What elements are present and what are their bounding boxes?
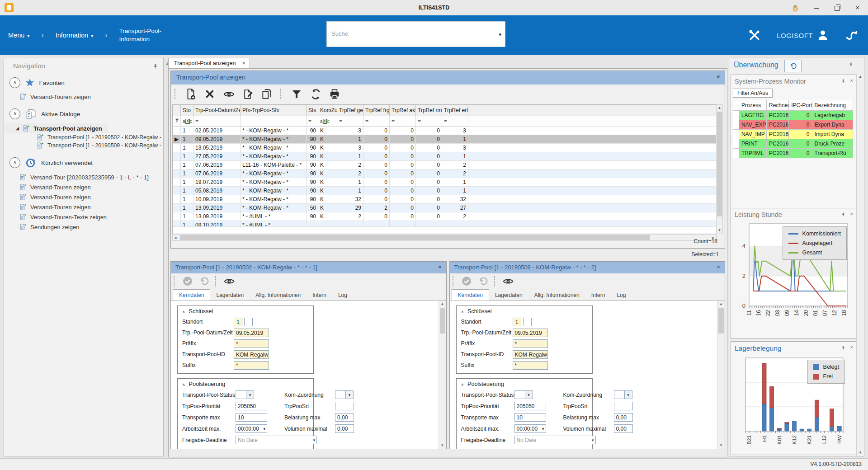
- tab-transport-pool-anzeigen[interactable]: Transport-Pool anzeigen ×: [168, 58, 250, 69]
- suffix-input[interactable]: *: [234, 361, 269, 370]
- close-icon[interactable]: ×: [850, 211, 853, 216]
- praefix-input[interactable]: *: [234, 339, 269, 348]
- nav-item[interactable]: Versand-Touren-Texte zeigen: [4, 212, 163, 222]
- filter-cell[interactable]: aBc: [318, 116, 337, 127]
- column-header[interactable]: Sto: [181, 105, 193, 116]
- praefix-input[interactable]: *: [513, 339, 548, 348]
- filter-funnel-icon[interactable]: [173, 116, 181, 127]
- user-button[interactable]: LOGISOFT: [777, 29, 829, 42]
- close-icon[interactable]: ×: [717, 263, 720, 270]
- vertical-scrollbar[interactable]: ▲ ▼: [439, 301, 446, 449]
- filter-toggle-button[interactable]: Filter An/Aus: [733, 89, 773, 98]
- pool-id-input[interactable]: KOM-Regalw: [513, 350, 548, 359]
- view-button[interactable]: [502, 275, 514, 287]
- tree-expander-icon[interactable]: ◢: [16, 126, 19, 131]
- process-row[interactable]: LAGFRGPC20160Lagerfreigab: [733, 111, 853, 120]
- refresh-button[interactable]: [309, 88, 322, 100]
- standort-input-2[interactable]: [244, 318, 253, 326]
- restore-button[interactable]: [826, 0, 847, 15]
- column-header[interactable]: TrpRef frg: [363, 105, 390, 116]
- collapse-icon[interactable]: ∧: [9, 157, 20, 168]
- datum-input[interactable]: 09.05.2019: [234, 329, 269, 337]
- nav-section-favoriten[interactable]: ∧ ★ Favoriten: [4, 74, 163, 92]
- detail-panel-header[interactable]: Transport-Pool [1 - 20190509 - KOM-Regal…: [450, 262, 725, 273]
- kom-zuordnung-select[interactable]: ▾: [614, 390, 632, 399]
- nav-item[interactable]: Sendungen zeigen: [4, 222, 163, 232]
- vertical-scrollbar[interactable]: ▲ ▼: [716, 104, 723, 234]
- table-row[interactable]: 119.07.2019* - KOM-Regalw - *90K10001: [173, 178, 716, 187]
- transporte-max-input[interactable]: 10: [514, 413, 546, 422]
- new-record-button[interactable]: [184, 88, 197, 100]
- minimize-button[interactable]: [806, 0, 826, 15]
- sidebar-refresh-button[interactable]: [784, 60, 802, 72]
- trppoossrt-input[interactable]: [335, 402, 354, 410]
- collapse-icon[interactable]: ∧: [9, 108, 20, 119]
- column-header[interactable]: TrpRef erl: [442, 105, 468, 116]
- view-button[interactable]: [223, 275, 235, 287]
- delete-button[interactable]: [203, 88, 216, 100]
- close-button[interactable]: ×: [847, 0, 868, 15]
- close-icon[interactable]: ×: [242, 60, 245, 66]
- table-row[interactable]: ▶109.05.2019* - KOM-Regalw - *90K10001: [173, 135, 716, 144]
- process-row[interactable]: NAV_EXPPC20160Export Dyna: [733, 120, 853, 130]
- tab-allg-informationen[interactable]: Allg. Informationen: [528, 290, 585, 300]
- collapse-icon[interactable]: ∧: [461, 310, 464, 314]
- arbeitszeit-input[interactable]: 00:00:00▾: [514, 424, 546, 433]
- tab-lagerdaten[interactable]: Lagerdaten: [489, 290, 528, 300]
- column-header[interactable]: TrpRef rml: [416, 105, 442, 116]
- filter-cell[interactable]: =: [337, 116, 363, 127]
- print-button[interactable]: [328, 88, 341, 100]
- toolbar-grip[interactable]: [174, 276, 176, 287]
- table-row[interactable]: 127.05.2019* - KOM-Regalw - *90K10001: [173, 152, 716, 161]
- toolbar-grip[interactable]: [453, 276, 455, 287]
- collapse-icon[interactable]: ∧: [182, 310, 185, 314]
- copy-button[interactable]: [260, 88, 273, 100]
- column-header[interactable]: Bezeichnung: [812, 100, 854, 111]
- kom-zuordnung-select[interactable]: ▾: [335, 390, 354, 399]
- pin-icon[interactable]: [841, 211, 846, 217]
- tab-kerndaten[interactable]: Kerndaten: [173, 289, 210, 301]
- horizontal-scrollbar[interactable]: ◄ ►: [172, 234, 717, 241]
- toolbar-grip[interactable]: [494, 276, 497, 287]
- arbeitszeit-input[interactable]: 00:00:00▾: [236, 424, 267, 433]
- nav-item[interactable]: Versand-Touren zeigen: [4, 92, 163, 102]
- process-row[interactable]: PRINTPC20160Druck-Proze: [733, 139, 853, 149]
- view-button[interactable]: [222, 88, 235, 100]
- filter-button[interactable]: [290, 88, 303, 100]
- column-header[interactable]: Pfx-TrpPoo-Sfx: [241, 105, 307, 116]
- belastung-max-input[interactable]: 0,00: [335, 413, 354, 422]
- logout-refresh-button[interactable]: [844, 28, 858, 42]
- search-combobox[interactable]: Suche ▾: [326, 21, 505, 47]
- tab-intern[interactable]: Intern: [585, 290, 611, 300]
- undo-button[interactable]: [477, 275, 489, 287]
- confirm-button[interactable]: [182, 275, 193, 287]
- tab-lagerdaten[interactable]: Lagerdaten: [210, 290, 250, 300]
- process-row[interactable]: TRPRMLPC20160Transport-Rü: [733, 149, 853, 158]
- status-select[interactable]: ▾: [236, 390, 284, 399]
- column-header[interactable]: Prozess: [739, 100, 767, 111]
- close-icon[interactable]: ×: [850, 78, 853, 83]
- filter-cell[interactable]: =: [442, 116, 468, 127]
- table-row[interactable]: 107.06.2019* - KOM-Regalw - *90K20002: [173, 169, 716, 178]
- collapse-icon[interactable]: ∧: [9, 77, 20, 88]
- table-row[interactable]: 113.09.2019* - #UML - *90K20002: [173, 212, 716, 221]
- edit-button[interactable]: [241, 88, 254, 100]
- table-row[interactable]: 107.06.2019L11-16 - KOM-Palette - *90K20…: [173, 161, 716, 169]
- panel-header[interactable]: Transport-Pool anzeigen ×: [171, 71, 725, 85]
- nav-item[interactable]: Versand-Touren zeigen: [4, 182, 163, 192]
- filter-cell[interactable]: =: [193, 116, 241, 127]
- table-row[interactable]: 113.05.2019* - KOM-Regalw - *90K30003: [173, 144, 716, 152]
- prioritaet-input[interactable]: 205050: [236, 402, 267, 410]
- toolbar-grip[interactable]: [175, 89, 177, 99]
- tab-log[interactable]: Log: [332, 290, 353, 300]
- tab-intern[interactable]: Intern: [307, 290, 332, 300]
- column-header[interactable]: Trp-Pool-Datum/Zeit: [193, 105, 241, 116]
- standort-input-2[interactable]: [523, 318, 532, 326]
- vertical-scrollbar[interactable]: ▲ ▼: [717, 301, 725, 449]
- nav-item[interactable]: Versand-Touren zeigen: [4, 202, 163, 212]
- pin-icon[interactable]: [841, 344, 846, 350]
- status-select[interactable]: ▾: [514, 390, 563, 399]
- pin-icon[interactable]: [848, 61, 854, 69]
- filter-cell[interactable]: aBc: [181, 116, 193, 127]
- close-icon[interactable]: ×: [717, 73, 720, 80]
